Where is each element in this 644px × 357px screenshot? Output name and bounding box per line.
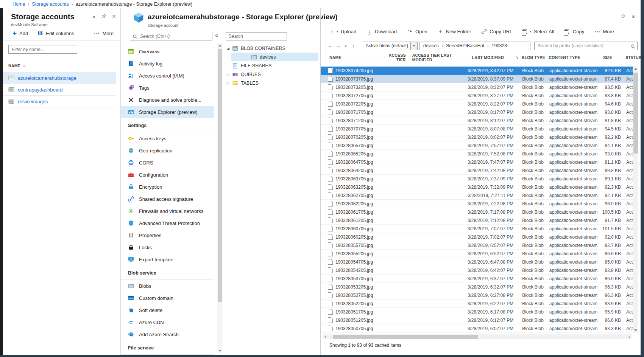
breadcrumb-item-home[interactable]: Home: [12, 2, 25, 7]
menu-item-firewalls-and-virtual-networks[interactable]: Firewalls and virtual networks: [121, 205, 214, 217]
blob-row[interactable]: 190328051205.jpg3/28/2019, 6:12:07 PMBlo…: [321, 316, 633, 324]
blob-row[interactable]: 190328063205.jpg3/28/2019, 7:32:09 PMBlo…: [321, 183, 633, 191]
menu-item-azure-cdn[interactable]: Azure CDN: [121, 316, 214, 328]
blob-view-dropdown[interactable]: Active blobs (default) ▾: [363, 42, 418, 50]
forward-icon[interactable]: →: [335, 43, 341, 49]
column-header-last-modified[interactable]: LAST MODIFIED: [465, 55, 513, 60]
blob-row[interactable]: 190328065705.jpg3/28/2019, 7:57:07 PMBlo…: [321, 141, 633, 150]
menu-item-access-keys[interactable]: Access keys: [121, 132, 214, 144]
menu-item-overview[interactable]: Overview: [121, 45, 214, 57]
scrollbar-thumb[interactable]: [633, 73, 638, 154]
tree-node-blob-containers[interactable]: ◢BLOB CONTAINERS: [224, 44, 320, 53]
storage-account-row-azureiotcamerahubstorage[interactable]: azureiotcamerahubstorage: [3, 72, 116, 84]
menu-item-cors[interactable]: CORS: [121, 157, 214, 169]
collapsed-icon[interactable]: ▷: [227, 81, 232, 85]
blob-row[interactable]: 190328053205.jpg3/28/2019, 6:32:07 PMBlo…: [321, 283, 633, 291]
blob-row[interactable]: 190328070205.jpg3/28/2019, 8:02:07 PMBlo…: [321, 133, 633, 141]
blob-row[interactable]: 190328060205.jpg3/28/2019, 7:02:07 PMBlo…: [321, 233, 633, 241]
path-segment-devices[interactable]: devices: [423, 43, 439, 48]
expanded-icon[interactable]: ◢: [227, 47, 232, 50]
add-button[interactable]: + Add: [12, 30, 28, 37]
more-button[interactable]: ⋯ More: [94, 30, 114, 37]
prefix-search-input[interactable]: [534, 42, 638, 50]
toolbar-copy-url-button[interactable]: Copy URL: [481, 28, 512, 34]
blob-row[interactable]: 190328054705.jpg3/28/2019, 6:47:08 PMBlo…: [321, 258, 633, 266]
blob-row[interactable]: 190328051705.jpg3/28/2019, 6:17:08 PMBlo…: [321, 308, 633, 316]
menu-item-properties[interactable]: Properties: [121, 229, 214, 241]
blob-row[interactable]: 190328060705.jpg3/28/2019, 7:07:07 PMBlo…: [321, 225, 633, 233]
tree-node-devices[interactable]: devices: [231, 53, 318, 61]
menu-item-activity-log[interactable]: Activity log: [121, 57, 214, 70]
collapsed-icon[interactable]: ▷: [227, 73, 232, 76]
menu-item-geo-replication[interactable]: Geo-replication: [121, 144, 214, 157]
breadcrumb-item-storage-accounts[interactable]: Storage accounts: [32, 2, 69, 7]
menu-item-blobs[interactable]: Blobs: [121, 280, 214, 292]
column-header-status[interactable]: STATUS: [625, 55, 641, 60]
menu-item-soft-delete[interactable]: Soft delete: [121, 304, 214, 316]
blob-row[interactable]: 190328054205.jpg3/28/2019, 6:42:07 PMBlo…: [321, 266, 633, 275]
vertical-scrollbar[interactable]: [633, 67, 638, 333]
path-segment-190328[interactable]: 190328: [492, 43, 507, 48]
menu-item-shared-access-signature[interactable]: Shared access signature: [121, 193, 214, 205]
column-header-blob-type[interactable]: BLOB TYPE: [522, 55, 549, 60]
scrollbar-thumb[interactable]: [333, 335, 478, 339]
filter-by-name-input[interactable]: [8, 45, 77, 54]
blob-row[interactable]: 190328071205.jpg3/28/2019, 8:12:07 PMBlo…: [321, 116, 633, 125]
collapse-menu-icon[interactable]: «: [215, 32, 218, 38]
tree-search-input[interactable]: [226, 32, 287, 40]
up-level-icon[interactable]: ↑: [350, 43, 356, 49]
collapse-blade-icon[interactable]: «: [92, 14, 95, 19]
menu-item-advanced-threat-protection[interactable]: Advanced Threat Protection: [121, 217, 214, 229]
toolbar-copy-button[interactable]: Copy: [564, 28, 584, 34]
blob-row[interactable]: 190328052205.jpg3/28/2019, 6:22:07 PMBlo…: [321, 300, 633, 308]
path-segment-seeedrpibasehat[interactable]: SeeedRPIBaseHat: [446, 43, 484, 48]
toolbar-upload-button[interactable]: ↑▾Upload: [329, 28, 356, 34]
scroll-down-icon[interactable]: [217, 348, 222, 353]
blob-row[interactable]: 190328055705.jpg3/28/2019, 6:57:07 PMBlo…: [321, 241, 633, 250]
blob-row[interactable]: 190328055205.jpg3/28/2019, 6:52:07 PMBlo…: [321, 250, 633, 258]
column-header-access-tier-last-modified[interactable]: ACCESS TIER LAST MODIFIED: [412, 53, 465, 62]
scroll-up-icon[interactable]: [633, 67, 638, 71]
menu-item-configuration[interactable]: Configuration: [121, 169, 214, 181]
blob-row[interactable]: 190328064205.jpg3/28/2019, 7:42:08 PMBlo…: [321, 166, 633, 175]
blob-row[interactable]: 190328074205.jpg3/28/2019, 8:42:07 PMBlo…: [321, 67, 633, 75]
blob-row[interactable]: 190328073205.jpg3/28/2019, 8:32:07 PMBlo…: [321, 83, 633, 92]
menu-item-custom-domain[interactable]: wwwCustom domain: [121, 292, 214, 304]
tree-node-queues[interactable]: ▷QUEUES: [224, 70, 320, 79]
column-header-access-tier[interactable]: ACCESS TIER: [380, 53, 406, 62]
blob-row[interactable]: 190328052705.jpg3/28/2019, 6:27:08 PMBlo…: [321, 291, 633, 300]
toolbar-more-button[interactable]: ⋯More: [594, 28, 614, 34]
scroll-up-icon[interactable]: [217, 43, 222, 48]
menu-search-input[interactable]: [130, 32, 212, 40]
scroll-right-icon[interactable]: ›: [627, 334, 632, 339]
menu-item-export-template[interactable]: Export template: [121, 253, 214, 265]
menu-item-add-azure-search[interactable]: Add Azure Search: [121, 328, 214, 340]
blob-row[interactable]: 190328061705.jpg3/28/2019, 7:17:08 PMBlo…: [321, 208, 633, 216]
menu-item-access-control-iam[interactable]: Access control (IAM): [121, 70, 214, 82]
name-column-header[interactable]: NAME⇅: [8, 64, 26, 68]
blob-row[interactable]: 190328053705.jpg3/28/2019, 6:37:07 PMBlo…: [321, 275, 633, 283]
toolbar-open-button[interactable]: ↷Open: [407, 28, 427, 34]
menu-item-encryption[interactable]: Encryption: [121, 181, 214, 193]
column-header-name[interactable]: NAME: [325, 55, 380, 60]
blob-row[interactable]: 190328072205.jpg3/28/2019, 8:22:07 PMBlo…: [321, 100, 633, 108]
horizontal-scrollbar[interactable]: ‹ ›: [323, 334, 632, 339]
scrollbar-thumb[interactable]: [218, 49, 222, 302]
toolbar-select-all-button[interactable]: ▾Select All: [522, 28, 554, 34]
blob-row[interactable]: 190328062705.jpg3/28/2019, 7:27:11 PMBlo…: [321, 191, 633, 200]
blob-row[interactable]: 190328061205.jpg3/28/2019, 7:12:08 PMBlo…: [321, 216, 633, 225]
blob-row[interactable]: 190328065205.jpg3/28/2019, 7:52:08 PMBlo…: [321, 150, 633, 158]
scroll-left-icon[interactable]: ‹: [323, 334, 327, 339]
back-icon[interactable]: ←: [327, 43, 334, 49]
blob-row[interactable]: 190328073705.jpg3/28/2019, 8:37:09 PMBlo…: [321, 75, 633, 83]
menu-item-tags[interactable]: Tags: [121, 82, 214, 94]
blob-row[interactable]: 190328064705.jpg3/28/2019, 7:47:07 PMBlo…: [321, 158, 633, 166]
close-blade-icon[interactable]: ×: [112, 13, 116, 20]
blob-row[interactable]: 190328072705.jpg3/28/2019, 8:27:07 PMBlo…: [321, 92, 633, 100]
column-header-size[interactable]: SIZE: [600, 55, 621, 60]
storage-account-row-deviceimages[interactable]: deviceimages: [3, 96, 116, 107]
sort-descending-icon[interactable]: ∨: [513, 55, 522, 59]
menu-scrollbar[interactable]: [217, 43, 222, 353]
scroll-down-icon[interactable]: [633, 328, 638, 333]
blob-row[interactable]: 190328070705.jpg3/28/2019, 8:07:08 PMBlo…: [321, 125, 633, 133]
